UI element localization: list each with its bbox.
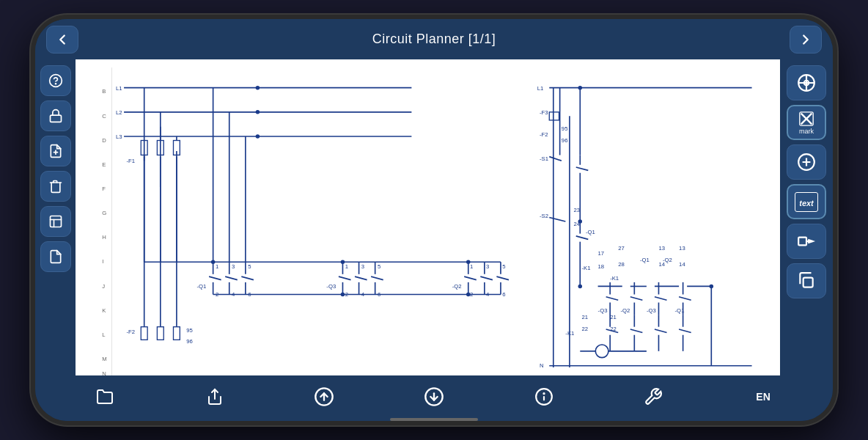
svg-text:I: I: [102, 258, 103, 265]
svg-line-182: [679, 329, 691, 332]
svg-point-100: [341, 260, 345, 265]
svg-rect-205: [803, 278, 813, 287]
svg-text:L2: L2: [116, 109, 122, 116]
help-button[interactable]: [40, 65, 71, 96]
svg-text:17: 17: [598, 250, 605, 257]
svg-point-104: [466, 293, 471, 297]
settings-button[interactable]: [635, 381, 672, 412]
svg-text:18: 18: [598, 263, 605, 270]
svg-text:14: 14: [679, 261, 685, 268]
svg-rect-44: [173, 327, 180, 340]
info-button[interactable]: [526, 381, 562, 412]
svg-point-184: [578, 219, 583, 224]
back-button[interactable]: [46, 26, 78, 54]
svg-line-170: [679, 297, 691, 300]
svg-text:-F2: -F2: [540, 131, 548, 138]
mark-button[interactable]: mark: [787, 105, 826, 140]
svg-text:-Q3: -Q3: [326, 283, 336, 290]
svg-text:3: 3: [361, 263, 364, 270]
svg-text:-F2: -F2: [126, 329, 135, 335]
header-title: Circuit Planner [1/1]: [372, 32, 496, 47]
svg-line-78: [371, 276, 383, 279]
svg-rect-203: [798, 238, 806, 246]
svg-text:-F3: -F3: [540, 109, 548, 116]
svg-line-116: [549, 157, 562, 161]
canvas-area[interactable]: B C D E F G H I J K L M N L1: [76, 59, 780, 375]
svg-text:-Q2: -Q2: [452, 283, 462, 290]
upload-button[interactable]: [306, 381, 342, 412]
language-label: EN: [756, 391, 770, 403]
scroll-bar: [390, 418, 478, 421]
svg-text:5: 5: [248, 263, 251, 270]
forward-button[interactable]: [790, 26, 822, 54]
svg-text:3: 3: [486, 263, 489, 270]
text-icon: text: [799, 199, 814, 208]
phone-inner: Circuit Planner [1/1]: [35, 19, 833, 421]
svg-line-94: [496, 276, 509, 279]
svg-text:-Q2: -Q2: [663, 257, 672, 263]
blank-page-button[interactable]: [40, 241, 71, 272]
svg-text:L1: L1: [116, 85, 122, 92]
svg-line-68: [339, 276, 351, 279]
main-area: B C D E F G H I J K L M N L1: [35, 59, 833, 375]
svg-text:L: L: [102, 331, 106, 338]
svg-text:5: 5: [378, 263, 380, 270]
svg-text:-F1: -F1: [126, 158, 135, 164]
delete-button[interactable]: [40, 171, 71, 202]
text-button[interactable]: text: [787, 184, 826, 219]
svg-rect-42: [141, 327, 147, 340]
svg-rect-2: [50, 115, 61, 122]
svg-text:1: 1: [345, 263, 348, 270]
svg-text:96: 96: [186, 338, 193, 345]
add-element-button[interactable]: [787, 144, 826, 180]
open-folder-button[interactable]: [87, 381, 123, 412]
move-button[interactable]: [787, 224, 826, 259]
svg-line-148: [576, 167, 589, 170]
svg-text:-S1: -S1: [540, 155, 548, 162]
svg-text:95: 95: [562, 125, 568, 132]
svg-point-30: [256, 134, 260, 139]
svg-text:-Q1: -Q1: [197, 283, 207, 290]
svg-point-27: [256, 110, 260, 114]
svg-line-57: [225, 276, 238, 279]
svg-text:21: 21: [610, 314, 617, 320]
svg-line-176: [630, 329, 643, 332]
page-layout-button[interactable]: [40, 206, 71, 237]
svg-line-62: [241, 276, 254, 279]
svg-text:23: 23: [573, 207, 580, 213]
share-button[interactable]: [196, 381, 233, 412]
svg-text:5: 5: [502, 263, 505, 270]
svg-text:G: G: [102, 210, 106, 216]
svg-point-103: [341, 293, 345, 297]
svg-text:27: 27: [618, 245, 625, 252]
svg-text:D: D: [102, 137, 106, 144]
svg-text:F: F: [102, 186, 106, 192]
svg-point-153: [595, 345, 608, 358]
svg-text:22: 22: [581, 326, 588, 332]
footer: EN: [35, 375, 833, 418]
svg-text:E: E: [102, 161, 106, 168]
copy-button[interactable]: [787, 263, 826, 298]
svg-rect-5: [50, 216, 61, 227]
svg-line-164: [630, 297, 643, 300]
svg-line-73: [355, 276, 367, 279]
svg-text:21: 21: [581, 314, 588, 320]
svg-text:-Q1: -Q1: [586, 229, 595, 235]
add-document-button[interactable]: [40, 136, 71, 166]
svg-text:H: H: [102, 234, 106, 241]
svg-text:N: N: [102, 370, 106, 375]
svg-text:3: 3: [232, 263, 235, 270]
language-button[interactable]: EN: [745, 381, 781, 412]
lock-button[interactable]: [40, 100, 71, 131]
svg-text:K: K: [102, 307, 106, 314]
svg-text:1: 1: [216, 263, 218, 270]
right-sidebar: mark text: [780, 59, 833, 375]
download-button[interactable]: [416, 381, 452, 412]
svg-line-52: [209, 276, 221, 279]
phone-frame: Circuit Planner [1/1]: [31, 15, 837, 425]
crosshair-button[interactable]: [787, 65, 826, 100]
svg-text:-Q3: -Q3: [598, 307, 608, 314]
svg-line-179: [655, 329, 667, 332]
svg-text:L3: L3: [116, 133, 122, 140]
svg-text:6: 6: [502, 291, 505, 298]
